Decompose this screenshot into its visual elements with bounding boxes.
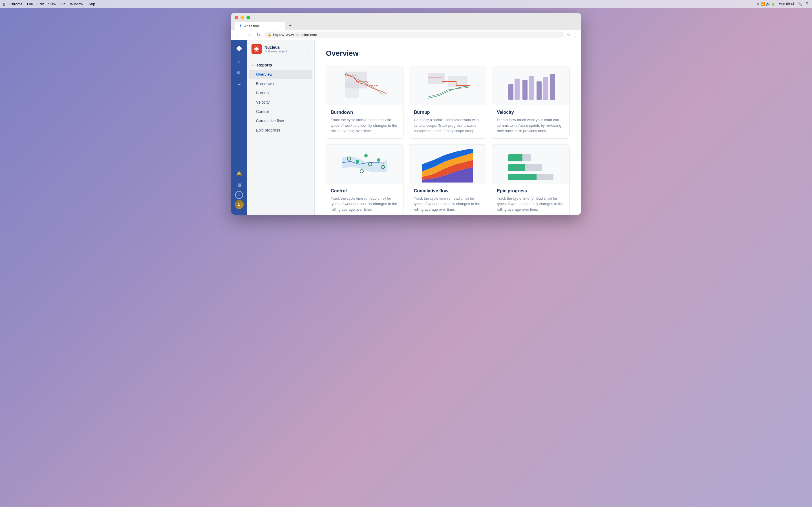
svg-rect-12 [515, 78, 520, 100]
browser-controls [235, 16, 577, 19]
sidebar-nav: ← Reports Overview Burndown Burnup Veloc… [247, 58, 314, 137]
browser-window: Atlassian + ← → ↻ 🔒 https:// www.atlassi… [231, 13, 581, 215]
svg-rect-14 [529, 76, 534, 100]
svg-rect-17 [550, 74, 555, 100]
menu-help[interactable]: Help [88, 2, 95, 6]
menu-chrome[interactable]: Chrome [9, 2, 22, 6]
sidebar-grid-icon[interactable]: ⊠ [234, 180, 244, 190]
browser-titlebar: Atlassian + [231, 13, 581, 30]
burnup-card-body: Burnup Compare a sprint's completed work… [409, 105, 486, 138]
epic-progress-card[interactable]: Epic progress Track the cycle time (or l… [492, 144, 569, 215]
forward-button[interactable]: → [245, 32, 253, 38]
burndown-card-body: Burndown Track the cycle time (or lead t… [326, 105, 403, 138]
burndown-chart [336, 67, 393, 104]
burndown-desc: Track the cycle time (or lead time) for … [331, 117, 399, 134]
bookmark-icon[interactable]: ☆ [567, 32, 571, 38]
svg-rect-28 [508, 164, 525, 171]
active-tab[interactable]: Atlassian [235, 22, 285, 30]
velocity-desc: Predict how much work your team can comm… [497, 117, 565, 134]
back-button[interactable]: ← [235, 32, 243, 38]
main-content: Overview [315, 40, 581, 215]
nav-rail-top: ☆ 🔍 + [234, 43, 244, 167]
menu-edit[interactable]: Edit [38, 2, 44, 6]
atlassian-favicon [238, 24, 243, 28]
epic-progress-title: Epic progress [497, 188, 565, 193]
burnup-card[interactable]: Burnup Compare a sprint's completed work… [409, 66, 487, 138]
menubar-right: 🖥 📶 🔊 🔋 Mon 09:41 🔍 ☰ [756, 2, 809, 6]
project-type: Software project [264, 50, 304, 53]
velocity-card[interactable]: Velocity Predict how much work your team… [492, 66, 569, 138]
search-menubar-icon[interactable]: 🔍 [798, 2, 802, 6]
epic-progress-desc: Track the cycle time (or lead time) for … [497, 196, 565, 212]
sidebar-item-epic-progress[interactable]: Epic progress [249, 126, 312, 135]
sidebar-item-cumulative-flow[interactable]: Cumulative flow [249, 116, 312, 125]
apple-menu[interactable]:  [3, 2, 5, 6]
sidebar-star-icon[interactable]: ☆ [234, 57, 244, 67]
nav-rail: ☆ 🔍 + 🔔 ⊠ ? U [231, 40, 247, 215]
burndown-title: Burndown [331, 110, 399, 115]
epic-progress-card-body: Epic progress Track the cycle time (or l… [492, 184, 569, 215]
menu-go[interactable]: Go [61, 2, 65, 6]
sidebar-item-burnup[interactable]: Burnup [249, 89, 312, 98]
menu-view[interactable]: View [48, 2, 56, 6]
reports-grid: Burndown Track the cycle time (or lead t… [326, 66, 569, 215]
more-options-icon[interactable]: ⋮ [573, 32, 577, 38]
svg-point-20 [364, 154, 368, 158]
burnup-title: Burnup [414, 110, 482, 115]
sidebar-item-velocity[interactable]: Velocity [249, 98, 312, 107]
diamond-svg [236, 45, 243, 52]
project-name: Nucleus [264, 45, 304, 50]
back-arrow-icon: ← [252, 63, 255, 67]
url-prefix: https:// [273, 33, 284, 37]
url-display: www.atlassian.com [286, 33, 317, 37]
control-preview [326, 145, 403, 184]
lock-icon: 🔒 [267, 33, 271, 37]
sidebar-item-overview[interactable]: Overview [249, 70, 312, 79]
menu-file[interactable]: File [27, 2, 33, 6]
control-center-icon[interactable]: ☰ [806, 2, 809, 6]
menu-window[interactable]: Window [70, 2, 83, 6]
page-title: Overview [326, 49, 569, 58]
velocity-card-body: Velocity Predict how much work your team… [492, 105, 569, 138]
app-layout: ☆ 🔍 + 🔔 ⊠ ? U [231, 40, 581, 215]
svg-rect-8 [345, 81, 359, 98]
tab-bar: Atlassian + [235, 22, 577, 30]
reload-button[interactable]: ↻ [255, 32, 262, 38]
sidebar-item-control[interactable]: Control [249, 107, 312, 116]
user-avatar[interactable]: U [235, 200, 244, 209]
cumulative-flow-card[interactable]: Cumulative flow Track the cycle time (or… [409, 144, 487, 215]
cumulative-flow-desc: Track the cycle time (or lead time) for … [414, 196, 482, 212]
project-chevron-icon[interactable]: ⌄ [307, 47, 310, 51]
sidebar-help-icon[interactable]: ? [235, 191, 243, 199]
control-title: Control [331, 188, 399, 193]
burndown-card[interactable]: Burndown Track the cycle time (or lead t… [326, 66, 403, 138]
sidebar-bell-icon[interactable]: 🔔 [234, 168, 244, 179]
svg-point-22 [377, 158, 380, 162]
sidebar-back-button[interactable]: ← Reports [247, 61, 314, 69]
menubar-left:  Chrome File Edit View Go Window Help [3, 2, 95, 6]
home-diamond-icon[interactable] [234, 43, 244, 54]
project-info: Nucleus Software project [264, 45, 304, 53]
sidebar-search-icon[interactable]: 🔍 [234, 68, 244, 78]
control-card[interactable]: Control Track the cycle time (or lead ti… [326, 144, 403, 215]
react-icon [253, 46, 260, 52]
control-card-body: Control Track the cycle time (or lead ti… [326, 184, 403, 215]
burnup-preview [409, 66, 486, 105]
svg-rect-15 [537, 81, 542, 100]
minimize-button[interactable] [241, 16, 244, 19]
velocity-chart [503, 67, 559, 104]
svg-point-19 [356, 160, 359, 163]
url-bar[interactable]: 🔒 https:// www.atlassian.com [264, 32, 564, 38]
maximize-button[interactable] [246, 16, 250, 19]
new-tab-button[interactable]: + [287, 22, 294, 30]
epic-preview [492, 145, 569, 184]
svg-rect-13 [522, 80, 527, 100]
svg-rect-11 [508, 84, 513, 100]
close-button[interactable] [235, 16, 238, 19]
cumulative-flow-card-body: Cumulative flow Track the cycle time (or… [409, 184, 486, 215]
clock: Mon 09:41 [778, 2, 795, 6]
svg-rect-16 [543, 77, 548, 100]
cumulative-chart [419, 146, 476, 182]
sidebar-add-icon[interactable]: + [234, 79, 244, 90]
sidebar-item-burndown[interactable]: Burndown [249, 79, 312, 88]
